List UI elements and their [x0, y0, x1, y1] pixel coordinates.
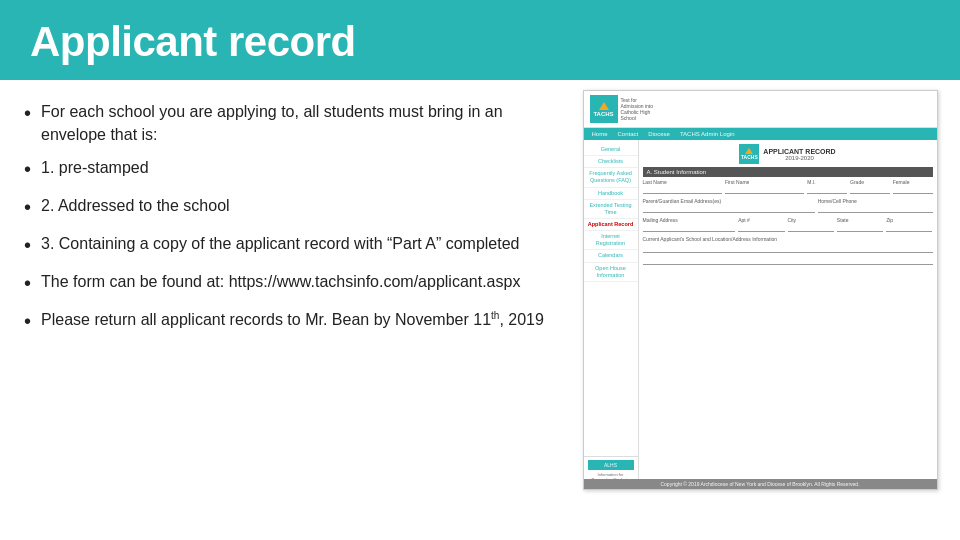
list-item: Please return all applicant records to M… — [24, 308, 546, 336]
nav-contact[interactable]: Contact — [618, 131, 639, 137]
sidebar-internet-registration[interactable]: Internet Registration — [584, 231, 638, 250]
tachs-logo-text: TACHS — [593, 111, 613, 117]
sidebar-handbook[interactable]: Handbook — [584, 188, 638, 200]
form-field-zip: Zip — [886, 217, 932, 232]
bullet-section: For each school you are applying to, all… — [0, 80, 570, 532]
sidebar-applicant-record[interactable]: Applicant Record — [584, 219, 638, 231]
form-field-firstname: First Name — [725, 179, 804, 194]
form-row-4: Current Applicant's School and Location/… — [643, 236, 933, 253]
form-field-apt: Apt # — [738, 217, 784, 232]
form-field-address: Mailing Address — [643, 217, 736, 232]
bullet-text-6: Please return all applicant records to M… — [41, 308, 544, 331]
form-field-phone: Home/Cell Phone — [818, 198, 933, 213]
form-logo-text: TACHS — [741, 154, 758, 160]
sidebar-extended-testing[interactable]: Extended Testing Time — [584, 200, 638, 219]
form-field-school: Current Applicant's School and Location/… — [643, 236, 933, 253]
form-field-line — [643, 257, 933, 265]
tachs-logo-area: TACHS Test for Admission into Catholic H… — [590, 95, 661, 123]
form-group-3: Mailing Address Apt # City — [643, 217, 933, 232]
arrow-up-icon — [599, 102, 609, 110]
form-title-area: APPLICANT RECORD 2019-2020 — [763, 148, 835, 161]
form-section-a-title: A. Student Information — [643, 167, 933, 177]
list-item: 3. Containing a copy of the applicant re… — [24, 232, 546, 260]
sidebar-general[interactable]: General — [584, 144, 638, 156]
screenshot-area: TACHS Test for Admission into Catholic H… — [570, 80, 960, 532]
sidebar-open-house[interactable]: Open House Information — [584, 263, 638, 282]
form-title: APPLICANT RECORD — [763, 148, 835, 155]
form-field-mi: M.I. — [807, 179, 847, 194]
list-item: 1. pre-stamped — [24, 156, 546, 184]
mockup-topbar: TACHS Test for Admission into Catholic H… — [584, 91, 937, 128]
form-group-5 — [643, 257, 933, 265]
form-field-state: State — [837, 217, 883, 232]
form-subtitle: 2019-2020 — [763, 155, 835, 161]
tachs-logo-box: TACHS — [590, 95, 618, 123]
mockup-sidebar: General Checklists Frequently Asked Ques… — [584, 140, 639, 489]
website-mockup: TACHS Test for Admission into Catholic H… — [583, 90, 938, 490]
list-item: The form can be found at: https://www.ta… — [24, 270, 546, 298]
nav-home[interactable]: Home — [592, 131, 608, 137]
sidebar-calendars[interactable]: Calendars — [584, 250, 638, 262]
form-tachs-logo: TACHS — [739, 144, 759, 164]
form-group-2: Parent/Guardian Email Address(es) Home/C… — [643, 198, 933, 213]
bullet-text-1: For each school you are applying to, all… — [41, 100, 546, 146]
bullet-text-3: 2. Addressed to the school — [41, 194, 230, 217]
form-field-email: Parent/Guardian Email Address(es) — [643, 198, 815, 213]
form-field-grade: Grade — [850, 179, 890, 194]
form-field-female: Female — [893, 179, 933, 194]
form-row-5 — [643, 257, 933, 265]
bullet-text-4: 3. Containing a copy of the applicant re… — [41, 232, 519, 255]
list-item: For each school you are applying to, all… — [24, 100, 546, 146]
form-row-2: Parent/Guardian Email Address(es) Home/C… — [643, 198, 933, 213]
form-field-city: City — [788, 217, 834, 232]
bullet-list: For each school you are applying to, all… — [24, 100, 546, 346]
form-row-3: Mailing Address Apt # City — [643, 217, 933, 232]
bullet-text-2: 1. pre-stamped — [41, 156, 149, 179]
logo-description: Test for Admission into Catholic High Sc… — [621, 97, 661, 121]
nav-diocese[interactable]: Diocese — [648, 131, 670, 137]
page-header: Applicant record — [0, 0, 960, 80]
bullet-text-5: The form can be found at: https://www.ta… — [41, 270, 520, 293]
page-title: Applicant record — [30, 18, 930, 66]
list-item: 2. Addressed to the school — [24, 194, 546, 222]
form-field-lastname: Last Name — [643, 179, 722, 194]
sidebar-faq[interactable]: Frequently Asked Questions (FAQ) — [584, 168, 638, 187]
form-group-4: Current Applicant's School and Location/… — [643, 236, 933, 253]
form-row-1: Last Name First Name M.I. — [643, 179, 933, 194]
mockup-footer: Copyright © 2019 Archdiocese of New York… — [584, 479, 937, 489]
mockup-nav: Home Contact Diocese TACHS Admin Login — [584, 128, 937, 140]
form-group-1: Last Name First Name M.I. — [643, 179, 933, 194]
sidebar-checklists[interactable]: Checklists — [584, 156, 638, 168]
nav-admin[interactable]: TACHS Admin Login — [680, 131, 735, 137]
sidebar-alt-logo: ALHS — [588, 460, 634, 470]
form-header-area: TACHS APPLICANT RECORD 2019-2020 — [643, 144, 933, 164]
content-area: For each school you are applying to, all… — [0, 80, 960, 532]
mockup-main: TACHS APPLICANT RECORD 2019-2020 A. Stud… — [639, 140, 937, 489]
mockup-body: General Checklists Frequently Asked Ques… — [584, 140, 937, 489]
